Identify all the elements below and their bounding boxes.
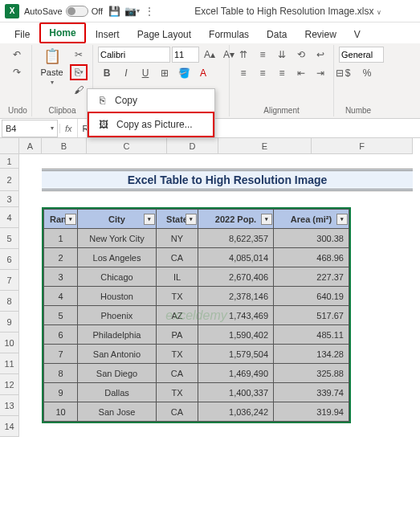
table-header-area[interactable]: Area (mi²)▾ — [274, 210, 349, 229]
worksheet[interactable]: Excel Table to High Resolution Image Ran… — [19, 154, 420, 437]
cell-pop[interactable]: 1,036,242 — [198, 402, 274, 422]
table-row[interactable]: 4HoustonTX2,378,146640.19 — [44, 287, 349, 306]
name-box[interactable]: B4 ▾ — [2, 120, 58, 137]
table-row[interactable]: 5PhoenixAZ1,743,469517.67 — [44, 306, 349, 325]
cell-state[interactable]: AZ — [157, 306, 198, 325]
align-middle-button[interactable]: ≡ — [254, 47, 271, 63]
table-row[interactable]: 8San DiegoCA1,469,490325.88 — [44, 364, 349, 383]
cell-rank[interactable]: 9 — [44, 383, 78, 402]
column-header-E[interactable]: E — [218, 138, 312, 154]
cell-rank[interactable]: 8 — [44, 364, 78, 383]
qat-dropdown-icon[interactable]: ⋮ — [143, 5, 156, 18]
cell-state[interactable]: NY — [157, 229, 198, 248]
cell-rank[interactable]: 7 — [44, 345, 78, 364]
cell-pop[interactable]: 1,590,402 — [198, 325, 274, 345]
row-header-5[interactable]: 5 — [0, 228, 19, 249]
align-top-button[interactable]: ⇈ — [234, 47, 252, 63]
column-header-F[interactable]: F — [312, 138, 413, 154]
orientation-button[interactable]: ⟲ — [292, 47, 310, 63]
cell-rank[interactable]: 4 — [44, 287, 78, 306]
cell-state[interactable]: CA — [157, 248, 198, 267]
cell-area[interactable]: 319.94 — [274, 402, 349, 422]
tab-file[interactable]: File — [6, 26, 38, 43]
cell-rank[interactable]: 6 — [44, 325, 78, 345]
align-center-button[interactable]: ≡ — [254, 65, 271, 81]
cell-area[interactable]: 485.11 — [274, 325, 349, 345]
cell-pop[interactable]: 1,579,504 — [198, 345, 274, 364]
filter-button-city[interactable]: ▾ — [144, 214, 155, 225]
cell-state[interactable]: TX — [157, 383, 198, 402]
currency-button[interactable]: $ — [339, 65, 357, 81]
cell-state[interactable]: CA — [157, 402, 198, 422]
wrap-text-button[interactable]: ↩ — [312, 47, 329, 63]
border-button[interactable]: ⊞ — [156, 65, 173, 81]
decrease-indent-button[interactable]: ⇤ — [292, 65, 310, 81]
sheet-title-cell[interactable]: Excel Table to High Resolution Image — [42, 169, 413, 191]
tab-formulas[interactable]: Formulas — [201, 26, 257, 43]
cell-area[interactable]: 339.74 — [274, 383, 349, 402]
align-left-button[interactable]: ≡ — [234, 65, 252, 81]
cell-city[interactable]: Phoenix — [78, 306, 157, 325]
column-header-C[interactable]: C — [87, 138, 167, 154]
copy-as-picture-menu-item[interactable]: 🖼 Copy as Picture... — [88, 112, 214, 137]
paste-button[interactable]: 📋 Paste ▾ — [37, 47, 67, 86]
toggle-off-icon[interactable] — [66, 6, 88, 17]
row-header-13[interactable]: 13 — [0, 395, 19, 416]
increase-indent-button[interactable]: ⇥ — [312, 65, 329, 81]
redo-button[interactable]: ↷ — [8, 64, 26, 80]
data-table-selection[interactable]: Rank▾City▾State▾2022 Pop.▾Area (mi²)▾ 1N… — [42, 207, 351, 423]
cell-pop[interactable]: 8,622,357 — [198, 229, 274, 248]
camera-icon[interactable]: 📷▾ — [125, 5, 138, 18]
column-header-A[interactable]: A — [19, 138, 42, 154]
tab-insert[interactable]: Insert — [88, 26, 128, 43]
cell-pop[interactable]: 1,400,337 — [198, 383, 274, 402]
table-header-pop[interactable]: 2022 Pop.▾ — [198, 210, 274, 229]
cell-city[interactable]: San Antonio — [78, 345, 157, 364]
fill-color-button[interactable]: 🪣 — [175, 65, 193, 81]
format-painter-button[interactable]: 🖌 — [70, 82, 88, 98]
cell-state[interactable]: TX — [157, 287, 198, 306]
table-header-state[interactable]: State▾ — [157, 210, 198, 229]
fx-icon[interactable]: fx — [59, 124, 77, 133]
cell-area[interactable]: 517.67 — [274, 306, 349, 325]
table-row[interactable]: 10San JoseCA1,036,242319.94 — [44, 402, 349, 422]
column-header-D[interactable]: D — [167, 138, 218, 154]
copy-menu-item[interactable]: ⎘ Copy — [88, 89, 214, 112]
cell-rank[interactable]: 5 — [44, 306, 78, 325]
bold-button[interactable]: B — [98, 65, 116, 81]
cell-pop[interactable]: 2,378,146 — [198, 287, 274, 306]
tab-page-layout[interactable]: Page Layout — [129, 26, 199, 43]
table-row[interactable]: 1New York CityNY8,622,357300.38 — [44, 229, 349, 248]
cell-area[interactable]: 325.88 — [274, 364, 349, 383]
cell-rank[interactable]: 1 — [44, 229, 78, 248]
filter-button-area[interactable]: ▾ — [336, 214, 348, 225]
row-header-9[interactable]: 9 — [0, 312, 19, 333]
cell-state[interactable]: IL — [157, 267, 198, 287]
cell-city[interactable]: New York City — [78, 229, 157, 248]
row-header-10[interactable]: 10 — [0, 333, 19, 353]
cell-area[interactable]: 468.96 — [274, 248, 349, 267]
table-row[interactable]: 7San AntonioTX1,579,504134.28 — [44, 345, 349, 364]
table-header-city[interactable]: City▾ — [78, 210, 157, 229]
tab-data[interactable]: Data — [259, 26, 295, 43]
row-header-8[interactable]: 8 — [0, 291, 19, 312]
cell-city[interactable]: Chicago — [78, 267, 157, 287]
cell-city[interactable]: San Jose — [78, 402, 157, 422]
cell-area[interactable]: 227.37 — [274, 267, 349, 287]
cell-city[interactable]: Philadelphia — [78, 325, 157, 345]
select-all-corner[interactable] — [0, 138, 19, 154]
align-right-button[interactable]: ≡ — [273, 65, 291, 81]
tab-home[interactable]: Home — [39, 22, 85, 43]
row-header-7[interactable]: 7 — [0, 270, 19, 291]
cell-state[interactable]: CA — [157, 364, 198, 383]
increase-font-button[interactable]: A▴ — [201, 47, 218, 63]
row-header-12[interactable]: 12 — [0, 374, 19, 395]
align-bottom-button[interactable]: ⇊ — [273, 47, 291, 63]
table-row[interactable]: 6PhiladelphiaPA1,590,402485.11 — [44, 325, 349, 345]
save-icon[interactable]: 💾 — [108, 5, 120, 18]
undo-button[interactable]: ↶ — [8, 47, 26, 63]
table-row[interactable]: 3ChicagoIL2,670,406227.37 — [44, 267, 349, 287]
cell-rank[interactable]: 2 — [44, 248, 78, 267]
cell-rank[interactable]: 3 — [44, 267, 78, 287]
filter-button-rank[interactable]: ▾ — [65, 214, 76, 225]
